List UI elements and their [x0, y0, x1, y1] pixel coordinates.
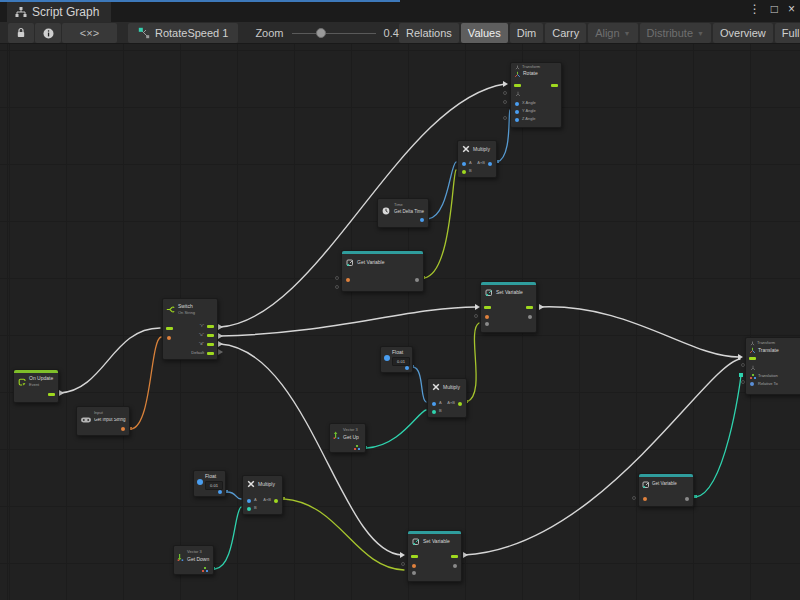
graph-canvas[interactable]: Transform Rotate X Angle Y Angle Z Angle… — [0, 44, 800, 600]
case-3-out-port[interactable] — [207, 343, 214, 346]
exec-in-port[interactable] — [411, 555, 418, 558]
tab-script-graph[interactable]: Script Graph — [7, 2, 111, 22]
node-switch-on-string[interactable]: Switch On String "r" "u" "d" Default — [162, 298, 218, 360]
node-float-mid[interactable]: Float 0.01 — [380, 346, 413, 373]
vector3-out-port[interactable] — [354, 445, 360, 450]
window-maximize-button[interactable]: □ — [769, 2, 780, 16]
relative-to-port[interactable] — [750, 382, 754, 386]
wire-float-to-multiply-bottom[interactable] — [227, 492, 241, 499]
node-multiply-top[interactable]: Multiply A A×B B — [457, 140, 497, 178]
node-get-delta-time[interactable]: Time Get Delta Time — [377, 198, 429, 228]
node-get-variable-bottom-right[interactable]: Get Variable — [638, 473, 694, 507]
node-float-bottom[interactable]: Float 0.01 — [193, 470, 226, 497]
translation-in-port[interactable] — [750, 374, 756, 379]
exec-in-port[interactable] — [166, 327, 173, 330]
wire-getvariable-to-translate[interactable] — [696, 375, 741, 497]
wire-getdown-to-multiply-bottom[interactable] — [215, 507, 241, 569]
default-out-port[interactable] — [207, 352, 214, 355]
wire-getup-to-multiply-mid[interactable] — [367, 410, 426, 448]
node-vector3-get-up[interactable]: Vector 3 Get Up — [329, 423, 366, 453]
node-vector3-get-down[interactable]: Vector 3 Get Down — [173, 545, 214, 575]
wire-multiply-bottom-to-setvariable[interactable] — [284, 499, 404, 570]
node-set-variable-bottom[interactable]: Set Variable — [407, 530, 462, 582]
align-button[interactable]: Align▼ — [588, 23, 637, 43]
relations-button[interactable]: Relations — [399, 23, 459, 43]
value-out-port[interactable] — [218, 490, 222, 494]
node-translate[interactable]: Transform Translate Translation Relative… — [745, 337, 800, 395]
exec-in-port[interactable] — [484, 306, 491, 309]
node-get-variable-top[interactable]: Get Variable — [341, 250, 424, 292]
name-in-port[interactable] — [485, 315, 489, 319]
node-get-input-string[interactable]: Input Get Input String — [76, 406, 130, 436]
value-out-port[interactable] — [415, 278, 419, 282]
node-set-variable-mid[interactable]: Set Variable — [480, 281, 537, 333]
zoom-slider[interactable] — [292, 28, 376, 38]
zoom-slider-thumb[interactable] — [316, 28, 326, 38]
node-multiply-bottom[interactable]: Multiply A A×B B — [242, 475, 283, 515]
exec-out-port[interactable] — [526, 306, 533, 309]
result-out-port[interactable] — [488, 162, 492, 166]
wire-switch-to-setvariable-mid[interactable] — [220, 307, 476, 336]
case-1-out-port[interactable] — [207, 325, 214, 328]
selector-in-port[interactable] — [167, 336, 171, 340]
vector3-out-port[interactable] — [202, 567, 208, 572]
a-in-port[interactable] — [462, 162, 466, 166]
name-in-port[interactable] — [412, 564, 416, 568]
node-rotate[interactable]: Transform Rotate X Angle Y Angle Z Angle — [510, 62, 562, 128]
value-out-port[interactable] — [685, 497, 689, 501]
exec-out-port[interactable] — [551, 84, 558, 87]
overview-button[interactable]: Overview — [713, 23, 773, 43]
value-out-port[interactable] — [453, 564, 457, 568]
inspect-button[interactable] — [35, 23, 61, 43]
name-in-port[interactable] — [643, 497, 647, 501]
a-in-port[interactable] — [247, 499, 251, 503]
float-value-field[interactable]: 0.01 — [205, 481, 223, 490]
values-button[interactable]: Values — [461, 23, 508, 43]
b-in-port[interactable] — [432, 410, 436, 414]
wire-float-to-multiply-mid[interactable] — [413, 367, 426, 402]
exec-out-port[interactable] — [451, 555, 458, 558]
b-in-port[interactable] — [462, 170, 466, 174]
b-in-port[interactable] — [247, 507, 251, 511]
wire-multiply-mid-to-setvariable[interactable] — [467, 323, 479, 402]
value-in-port[interactable] — [412, 571, 416, 575]
value-out-port[interactable] — [405, 366, 409, 370]
wire-switch-to-setvariable-bottom[interactable] — [220, 344, 402, 555]
carry-button[interactable]: Carry — [545, 23, 586, 43]
exec-in-port[interactable] — [514, 84, 521, 87]
exec-out-port[interactable] — [48, 393, 55, 396]
node-subtitle: Event — [29, 383, 39, 387]
chevron-down-icon: ▼ — [697, 30, 704, 37]
node-on-update[interactable]: On Update Event — [13, 369, 59, 403]
z-angle-port[interactable] — [515, 118, 519, 122]
wire-setvariable-bottom-to-translate[interactable] — [464, 359, 740, 555]
window-menu-button[interactable]: ⋮ — [747, 2, 763, 16]
case-2-out-port[interactable] — [207, 334, 214, 337]
value-out-port[interactable] — [420, 218, 424, 222]
value-out-port[interactable] — [528, 315, 532, 319]
target-port-icon[interactable] — [750, 365, 756, 371]
window-close-button[interactable]: × — [786, 2, 797, 16]
wire-deltatime-to-multiply[interactable] — [428, 162, 456, 219]
distribute-button[interactable]: Distribute▼ — [640, 23, 711, 43]
name-in-port[interactable] — [346, 278, 350, 282]
wire-onupdate-to-switch[interactable] — [60, 328, 160, 393]
wire-setvariable-mid-to-translate[interactable] — [540, 307, 740, 357]
full-screen-button[interactable]: Full Screen — [775, 23, 800, 43]
result-out-port[interactable] — [458, 402, 462, 406]
y-angle-port[interactable] — [515, 110, 519, 114]
node-multiply-mid[interactable]: Multiply A A×B B — [427, 378, 467, 418]
wire-getinput-to-switch[interactable] — [131, 337, 161, 429]
float-value-field[interactable]: 0.01 — [392, 357, 410, 366]
lock-button[interactable] — [8, 23, 34, 43]
value-in-port[interactable] — [485, 322, 489, 326]
graph-breadcrumb[interactable]: RotateSpeed 1 — [128, 23, 238, 43]
x-angle-port[interactable] — [515, 102, 519, 106]
result-out-port[interactable] — [274, 499, 278, 503]
a-in-port[interactable] — [432, 402, 436, 406]
code-preview-button[interactable]: <×> — [62, 23, 117, 43]
dim-button[interactable]: Dim — [510, 23, 544, 43]
value-out-port[interactable] — [121, 427, 125, 431]
target-port-icon[interactable] — [515, 91, 521, 97]
exec-in-port[interactable] — [749, 357, 756, 360]
